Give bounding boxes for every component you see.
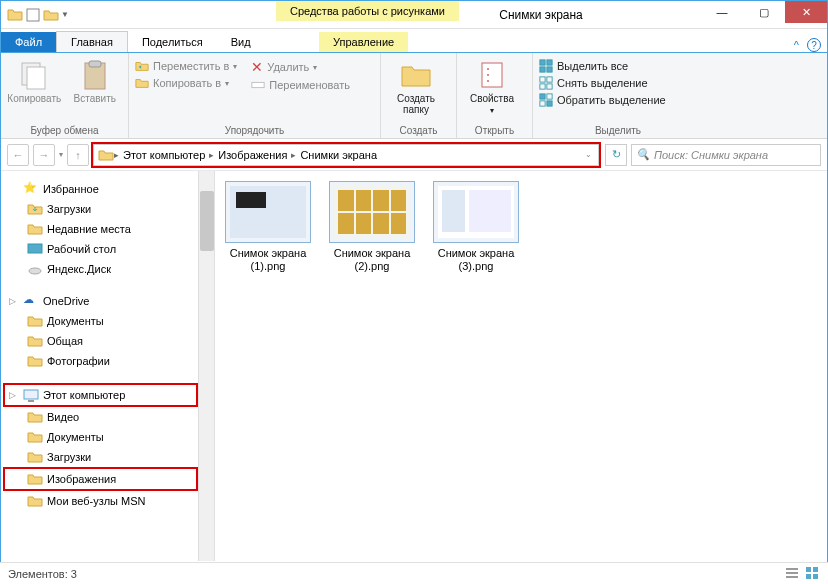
file-list[interactable]: Снимок экрана (1).png Снимок экрана (2).… xyxy=(215,171,827,561)
tab-file[interactable]: Файл xyxy=(1,32,56,52)
tree-scrollbar[interactable] xyxy=(198,171,214,561)
tree-item-recent[interactable]: Недавние места xyxy=(5,219,214,239)
svg-rect-24 xyxy=(24,390,38,399)
navigation-pane[interactable]: ⭐Избранное Загрузки Недавние места Рабоч… xyxy=(1,171,215,561)
tree-this-pc[interactable]: ▷Этот компьютер xyxy=(5,385,196,405)
delete-button[interactable]: ✕Удалить ▾ xyxy=(251,59,350,75)
svg-rect-4 xyxy=(89,61,101,67)
svg-rect-16 xyxy=(540,84,545,89)
svg-rect-32 xyxy=(813,574,818,579)
tree-item-downloads[interactable]: Загрузки xyxy=(5,199,214,219)
svg-rect-29 xyxy=(806,567,811,572)
maximize-button[interactable]: ▢ xyxy=(743,1,785,23)
status-bar: Элементов: 3 xyxy=(0,562,828,584)
properties-button[interactable]: Свойства ▾ xyxy=(463,55,521,115)
svg-rect-22 xyxy=(28,244,42,253)
tree-item-videos[interactable]: Видео xyxy=(5,407,214,427)
view-thumbnails-icon[interactable] xyxy=(804,565,820,583)
svg-point-23 xyxy=(29,268,41,274)
view-details-icon[interactable] xyxy=(784,565,800,583)
file-item[interactable]: Снимок экрана (3).png xyxy=(429,181,523,273)
svg-rect-18 xyxy=(540,94,545,99)
window-title: Снимки экрана xyxy=(499,8,583,22)
folder-icon xyxy=(7,7,23,23)
ribbon-tabs: Файл Главная Поделиться Вид Управление ^… xyxy=(1,29,827,53)
item-count: Элементов: 3 xyxy=(8,568,77,580)
address-bar[interactable]: ▸ Этот компьютер▸ Изображения▸ Снимки эк… xyxy=(93,144,599,166)
tree-item-documents[interactable]: Документы xyxy=(5,311,214,331)
search-icon: 🔍 xyxy=(636,148,650,161)
svg-point-7 xyxy=(487,68,489,70)
tab-view[interactable]: Вид xyxy=(217,32,265,52)
file-item[interactable]: Снимок экрана (2).png xyxy=(325,181,419,273)
new-folder-button[interactable]: Создать папку xyxy=(387,55,445,115)
breadcrumb-segment[interactable]: Изображения xyxy=(214,149,291,161)
new-folder-qat-icon[interactable] xyxy=(43,7,59,23)
folder-icon xyxy=(98,147,114,163)
svg-rect-5 xyxy=(252,82,264,87)
tab-home[interactable]: Главная xyxy=(56,31,128,52)
breadcrumb-segment[interactable]: Снимки экрана xyxy=(296,149,381,161)
svg-rect-6 xyxy=(482,63,502,87)
qat-dropdown-icon[interactable]: ▼ xyxy=(61,10,69,19)
svg-rect-10 xyxy=(540,60,545,65)
tree-item-documents-pc[interactable]: Документы xyxy=(5,427,214,447)
tree-item-shared[interactable]: Общая xyxy=(5,331,214,351)
svg-rect-0 xyxy=(27,9,39,21)
group-open: Открыть xyxy=(463,123,526,138)
svg-rect-2 xyxy=(27,67,45,89)
svg-rect-31 xyxy=(806,574,811,579)
address-bar-row: ← → ▾ ↑ ▸ Этот компьютер▸ Изображения▸ С… xyxy=(1,139,827,171)
svg-rect-21 xyxy=(540,101,545,106)
svg-rect-19 xyxy=(547,101,552,106)
ribbon: Копировать Вставить Буфер обмена Перемес… xyxy=(1,53,827,139)
svg-rect-14 xyxy=(540,77,545,82)
forward-button[interactable]: → xyxy=(33,144,55,166)
close-button[interactable]: ✕ xyxy=(785,1,827,23)
svg-rect-27 xyxy=(786,572,798,574)
invert-selection-button[interactable]: Обратить выделение xyxy=(539,93,666,107)
properties-qat-icon[interactable] xyxy=(25,7,41,23)
svg-rect-25 xyxy=(28,400,34,402)
svg-point-8 xyxy=(487,74,489,76)
title-bar: ▼ Средства работы с рисунками Снимки экр… xyxy=(1,1,827,29)
svg-rect-28 xyxy=(786,576,798,578)
tree-favorites[interactable]: ⭐Избранное xyxy=(5,179,214,199)
tree-onedrive[interactable]: ▷☁OneDrive xyxy=(5,291,214,311)
select-none-button[interactable]: Снять выделение xyxy=(539,76,666,90)
file-item[interactable]: Снимок экрана (1).png xyxy=(221,181,315,273)
tab-manage[interactable]: Управление xyxy=(319,32,408,52)
group-select: Выделить xyxy=(539,123,697,138)
paste-button[interactable]: Вставить xyxy=(68,55,123,104)
content-area: ⭐Избранное Загрузки Недавние места Рабоч… xyxy=(1,171,827,561)
tree-item-desktop[interactable]: Рабочий стол xyxy=(5,239,214,259)
tree-item-downloads-pc[interactable]: Загрузки xyxy=(5,447,214,467)
copy-to-button[interactable]: Копировать в ▾ xyxy=(135,76,237,90)
tree-item-photos[interactable]: Фотографии xyxy=(5,351,214,371)
address-dropdown-icon[interactable]: ⌄ xyxy=(579,150,598,159)
minimize-button[interactable]: — xyxy=(701,1,743,23)
tree-item-yandex[interactable]: Яндекс.Диск xyxy=(5,259,214,279)
svg-rect-17 xyxy=(547,84,552,89)
search-box[interactable]: 🔍 Поиск: Снимки экрана xyxy=(631,144,821,166)
help-icon[interactable]: ? xyxy=(807,38,821,52)
minimize-ribbon-icon[interactable]: ^ xyxy=(794,39,799,51)
recent-locations-icon[interactable]: ▾ xyxy=(59,150,63,159)
group-new: Создать xyxy=(387,123,450,138)
select-all-button[interactable]: Выделить все xyxy=(539,59,666,73)
move-to-button[interactable]: Переместить в ▾ xyxy=(135,59,237,73)
tree-item-pictures[interactable]: Изображения xyxy=(5,469,196,489)
svg-rect-26 xyxy=(786,568,798,570)
svg-rect-15 xyxy=(547,77,552,82)
rename-button[interactable]: Переименовать xyxy=(251,78,350,92)
group-clipboard: Буфер обмена xyxy=(7,123,122,138)
svg-rect-20 xyxy=(547,94,552,99)
up-button[interactable]: ↑ xyxy=(67,144,89,166)
tab-share[interactable]: Поделиться xyxy=(128,32,217,52)
refresh-button[interactable]: ↻ xyxy=(605,144,627,166)
back-button[interactable]: ← xyxy=(7,144,29,166)
copy-button[interactable]: Копировать xyxy=(7,55,62,104)
tree-item-msn[interactable]: Мои веб-узлы MSN xyxy=(5,491,214,511)
svg-rect-12 xyxy=(540,67,545,72)
breadcrumb-segment[interactable]: Этот компьютер xyxy=(119,149,209,161)
